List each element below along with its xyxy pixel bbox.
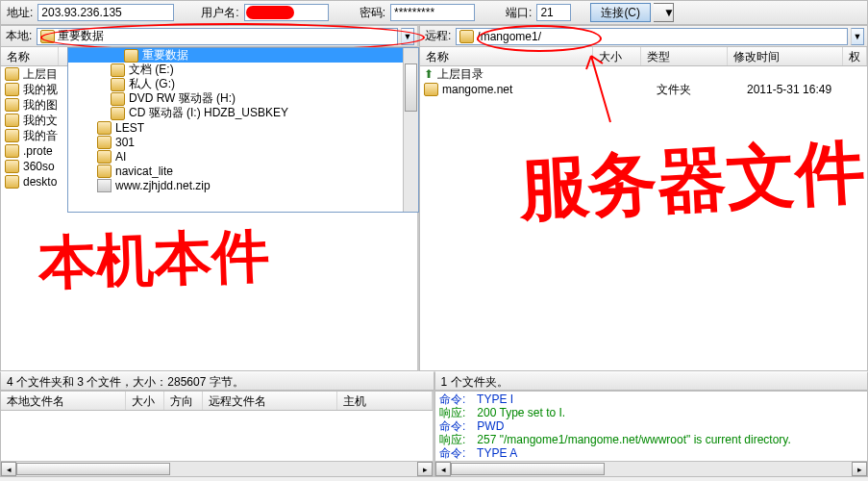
connect-button[interactable]: 连接(C) — [590, 3, 651, 22]
folder-icon — [5, 114, 19, 127]
dropdown-item[interactable]: 301 — [68, 135, 418, 149]
log-line: 响应: 257 "/mangome1/mangome.net/wwwroot" … — [439, 433, 863, 446]
local-path-text: 重要数据 — [58, 28, 104, 44]
remote-list-header: 名称 大小 类型 修改时间 权限 — [420, 47, 867, 66]
address-input[interactable] — [37, 4, 174, 21]
message-log-pane: 命令: TYPE I响应: 200 Type set to I.命令: PWD响… — [434, 391, 868, 477]
local-path-bar: 本地: 重要数据 ▼ — [1, 26, 417, 47]
local-path-dropdown[interactable]: 重要数据文档 (E:)私人 (G:)DVD RW 驱动器 (H:)CD 驱动器 … — [67, 47, 419, 213]
password-label: 密码: — [358, 5, 387, 21]
queue-header: 本地文件名 大小 方向 远程文件名 主机 — [1, 392, 433, 411]
list-item[interactable]: mangome.net文件夹2011-5-31 16:49 — [420, 82, 867, 97]
remote-pane: 远程: /mangome1/ ▼ 名称 大小 类型 修改时间 权限 ⬆上层目录m… — [419, 25, 868, 371]
queue-col-dir[interactable]: 方向 — [164, 392, 203, 410]
drive-icon — [111, 78, 125, 91]
dropdown-item[interactable]: DVD RW 驱动器 (H:) — [68, 91, 418, 106]
folder-icon — [5, 144, 19, 158]
remote-col-mtime[interactable]: 修改时间 — [728, 47, 843, 65]
username-label: 用户名: — [199, 5, 240, 21]
connect-dropdown-button[interactable]: ▼ — [654, 3, 674, 22]
folder-icon — [97, 121, 112, 135]
remote-col-type[interactable]: 类型 — [641, 47, 728, 65]
folder-icon — [5, 129, 19, 142]
queue-hscrollbar[interactable]: ◂ ▸ — [1, 461, 433, 476]
connection-toolbar: 地址: 用户名: 密码: 端口: 连接(C) ▼ — [0, 0, 868, 25]
dropdown-item[interactable]: 文档 (E:) — [68, 63, 418, 77]
remote-file-list[interactable]: ⬆上层目录mangome.net文件夹2011-5-31 16:49 — [420, 66, 867, 370]
remote-status-bar: 1 个文件夹。 — [434, 371, 869, 391]
dropdown-item[interactable]: 私人 (G:) — [68, 77, 418, 91]
local-site-label: 本地: — [4, 28, 34, 44]
remote-site-label: 远程: — [423, 28, 453, 44]
remote-col-perm[interactable]: 权限 — [843, 47, 867, 65]
folder-icon — [97, 150, 112, 164]
port-label: 端口: — [504, 5, 533, 21]
transfer-queue-pane: 本地文件名 大小 方向 远程文件名 主机 ◂ ▸ — [0, 391, 434, 477]
drive-icon — [111, 63, 125, 77]
local-col-name[interactable]: 名称 — [1, 47, 59, 65]
dvd-icon — [111, 107, 125, 120]
message-log[interactable]: 命令: TYPE I响应: 200 Type set to I.命令: PWD响… — [435, 392, 867, 461]
dvd-icon — [111, 92, 125, 106]
zip-icon — [97, 179, 112, 192]
log-line: 响应: 200 Type set to I. — [439, 406, 863, 419]
folder-icon — [5, 98, 19, 112]
folder-icon — [5, 83, 19, 96]
dropdown-item[interactable]: www.zjhjdd.net.zip — [68, 178, 418, 192]
up-arrow-icon: ⬆ — [424, 67, 434, 81]
remote-path-text: /mangome1/ — [477, 30, 541, 43]
queue-body[interactable] — [1, 411, 433, 461]
dropdown-item[interactable]: LEST — [68, 120, 418, 135]
dropdown-scrollbar[interactable] — [403, 48, 418, 212]
folder-icon — [5, 67, 19, 81]
remote-path-input[interactable]: /mangome1/ — [456, 28, 848, 45]
remote-path-bar: 远程: /mangome1/ ▼ — [420, 26, 867, 47]
log-line: 命令: PWD — [439, 419, 863, 433]
dropdown-item[interactable]: AI — [68, 149, 418, 164]
queue-col-local[interactable]: 本地文件名 — [1, 392, 126, 410]
local-status-bar: 4 个文件夹和 3 个文件，大小：285607 字节。 — [0, 371, 434, 391]
password-input[interactable] — [390, 4, 475, 21]
folder-icon — [424, 83, 438, 96]
local-pane: 本地: 重要数据 ▼ 名称 上层目我的视我的图我的文我的音.prote360so… — [0, 25, 419, 371]
dropdown-item[interactable]: 重要数据 — [68, 48, 418, 63]
log-line: 命令: TYPE A — [439, 446, 863, 460]
list-item[interactable]: ⬆上层目录 — [420, 66, 867, 82]
folder-icon — [124, 49, 138, 63]
log-hscrollbar[interactable]: ◂ ▸ — [435, 461, 867, 476]
folder-icon — [5, 175, 19, 189]
remote-path-dropdown-button[interactable]: ▼ — [851, 28, 864, 45]
folder-icon — [97, 136, 112, 149]
address-label: 地址: — [5, 5, 35, 21]
port-input[interactable] — [536, 4, 571, 21]
remote-col-size[interactable]: 大小 — [593, 47, 641, 65]
dropdown-item[interactable]: CD 驱动器 (I:) HDZB_USBKEY — [68, 106, 418, 120]
folder-icon — [5, 160, 19, 173]
local-path-dropdown-button[interactable]: ▼ — [401, 28, 414, 45]
remote-col-name[interactable]: 名称 — [420, 47, 593, 65]
folder-icon — [459, 30, 474, 43]
queue-col-host[interactable]: 主机 — [337, 392, 433, 410]
dropdown-item[interactable]: navicat_lite — [68, 164, 418, 178]
redaction-blot — [246, 6, 294, 19]
log-line: 命令: TYPE I — [439, 392, 863, 406]
folder-icon — [40, 30, 55, 43]
folder-icon — [97, 165, 112, 178]
local-path-input[interactable]: 重要数据 — [37, 28, 398, 45]
queue-col-size[interactable]: 大小 — [126, 392, 164, 410]
queue-col-remote[interactable]: 远程文件名 — [203, 392, 337, 410]
